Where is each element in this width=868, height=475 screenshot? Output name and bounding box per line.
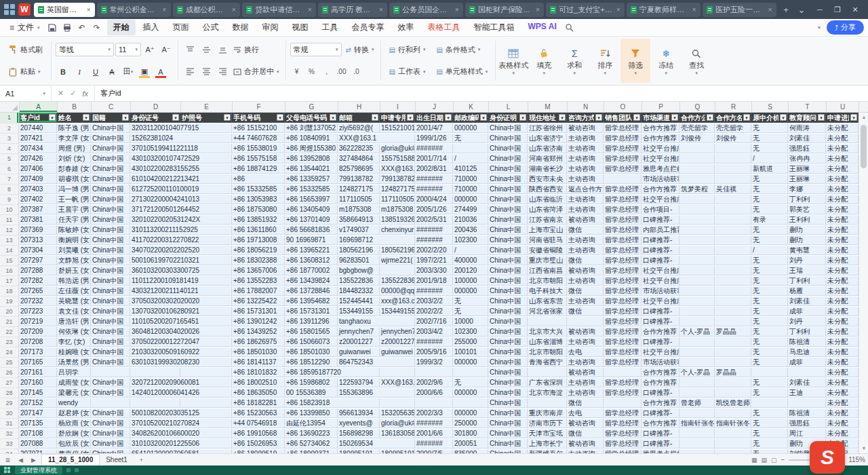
cell[interactable] (715, 297, 751, 306)
cell[interactable]: China中国 (91, 174, 130, 184)
header-cell[interactable]: 手机号码▾ (232, 113, 285, 123)
cell[interactable]: 留学总经理 (604, 154, 642, 164)
confirm-entry-icon[interactable]: ✓ (70, 89, 76, 98)
cell[interactable]: 赵君婷 (女 (57, 408, 91, 418)
sum-button[interactable]: Σ求和▾ (559, 39, 589, 83)
cell[interactable]: 207209 (19, 327, 57, 337)
close-tab-icon[interactable]: ✕ (535, 7, 540, 13)
cell[interactable] (715, 164, 751, 174)
header-cell[interactable]: 教育顾问▾ (788, 113, 826, 123)
filter-button[interactable]: ▾ (595, 114, 602, 121)
cell[interactable]: 郭美艺 (788, 205, 826, 214)
column-header-Q[interactable]: Q (680, 102, 715, 112)
filter-button[interactable]: ▾ (850, 114, 857, 121)
cell[interactable] (338, 398, 380, 408)
filter-button[interactable]: ▾ (277, 114, 283, 121)
cell[interactable]: 864752343 (338, 358, 380, 367)
cell[interactable]: 口碑推荐- (642, 256, 679, 265)
cell[interactable] (380, 368, 415, 377)
cell[interactable]: 117110505 (380, 195, 415, 204)
column-header-F[interactable]: F (233, 102, 285, 112)
cell[interactable]: 无 (751, 449, 788, 453)
cell[interactable]: 留学总经理 (604, 205, 642, 214)
cell[interactable]: 000000 (453, 286, 488, 296)
cell[interactable]: 黄韦慧 (788, 246, 826, 255)
cell[interactable]: 留学总经理 (604, 276, 642, 286)
cell[interactable]: 刘丹 (788, 317, 826, 326)
cell[interactable]: 155751588 (380, 154, 415, 164)
cell[interactable]: 韩浩远 (男 (57, 276, 91, 286)
header-cell[interactable]: 合作方公▾ (679, 113, 715, 123)
cell[interactable] (679, 347, 715, 357)
cell[interactable]: China中国 (488, 347, 528, 357)
document-tab[interactable]: 成都公积金.xlsx✕ (173, 3, 240, 17)
cell[interactable]: 207108 (19, 429, 57, 438)
cell[interactable]: 口碑推荐- (642, 317, 679, 326)
row-number[interactable]: 23 (0, 337, 19, 347)
cell[interactable]: +86 15575158 (232, 154, 285, 164)
cell[interactable] (567, 317, 604, 326)
cell[interactable] (679, 215, 715, 225)
cell[interactable]: 吴晓慧 (女 (57, 297, 91, 306)
cell[interactable] (415, 398, 453, 408)
cell[interactable]: 社交平台推广 (642, 266, 679, 276)
filter-button[interactable]: ▾ (480, 114, 487, 121)
cell[interactable]: 612725200110100019 (130, 185, 180, 194)
cell[interactable]: China中国 (91, 347, 130, 357)
cell[interactable]: 留学总经理 (604, 388, 642, 398)
cell[interactable]: 207147 (19, 408, 57, 418)
undo-icon[interactable]: ↶ (75, 22, 89, 34)
cell[interactable]: 340702200202202520 (130, 246, 180, 255)
row-number[interactable]: 7 (0, 174, 19, 185)
cell[interactable] (453, 398, 488, 408)
cell[interactable]: 社交平台推广 (642, 154, 679, 164)
cell[interactable]: 207381 (19, 215, 57, 225)
filter-button[interactable]: ▾ (172, 114, 179, 121)
cell[interactable]: 口碑推荐- (642, 235, 679, 245)
cell[interactable]: 1999/3/2 (415, 358, 453, 367)
cell[interactable]: 青海省西宁 (528, 358, 567, 367)
cell[interactable]: 274499 (453, 205, 488, 214)
cell[interactable]: 留学总经理 (604, 215, 642, 225)
filter-button[interactable]: 筛选▾ (620, 39, 650, 83)
cell[interactable]: China中国 (91, 134, 130, 143)
cell[interactable]: China中国 (91, 195, 130, 204)
cell[interactable]: 90 16969871 (285, 235, 338, 245)
cell[interactable]: +86 15731301 (232, 307, 285, 316)
cell[interactable]: 主动咨询 (567, 297, 604, 306)
cell[interactable] (715, 225, 751, 235)
cell[interactable]: 冯一博 (男 (57, 185, 91, 194)
cell[interactable]: +86 18770002 (285, 266, 338, 276)
column-header-M[interactable]: M (528, 102, 568, 112)
cell[interactable]: 799138782 (380, 174, 415, 184)
filter-button[interactable]: ▾ (633, 114, 640, 121)
cell[interactable]: 留学总经理 (604, 164, 642, 174)
cell[interactable] (180, 134, 232, 143)
cell[interactable]: 合作方推荐 (642, 368, 679, 377)
cell[interactable]: +86 13608312 (285, 256, 338, 265)
row-number[interactable]: 5 (0, 154, 19, 164)
cell[interactable]: z20001227 (338, 337, 380, 347)
cell[interactable]: 000000 (453, 195, 488, 204)
cell[interactable]: 200051 (453, 439, 488, 449)
cell[interactable]: 留学总经理 (604, 144, 642, 153)
cell[interactable]: China中国 (488, 378, 528, 387)
cell[interactable]: 301800 (453, 429, 488, 438)
cell[interactable]: 河北省张家 (528, 307, 567, 316)
cell[interactable]: v1749037 (338, 225, 380, 235)
cell[interactable]: 无 (751, 256, 788, 265)
cell[interactable]: 主动咨询 (567, 358, 604, 367)
cell[interactable]: +86 13701409 (285, 215, 338, 225)
cell[interactable]: jennychen7 (380, 327, 415, 337)
cell[interactable] (338, 368, 380, 377)
cell[interactable]: +86 13965221 (285, 246, 338, 255)
cell[interactable]: China中国 (488, 439, 528, 449)
cell[interactable]: 周煜 (男) (57, 144, 91, 153)
cell[interactable]: +86 (232, 174, 285, 184)
cell[interactable]: +86 15152100 (232, 124, 285, 133)
cell[interactable]: 主动咨询 (567, 205, 604, 214)
cell[interactable]: +86 15653997 (285, 195, 338, 204)
cell[interactable]: 122593794 (338, 378, 380, 387)
cell[interactable] (528, 368, 567, 377)
cell[interactable]: 200436 (453, 225, 488, 235)
